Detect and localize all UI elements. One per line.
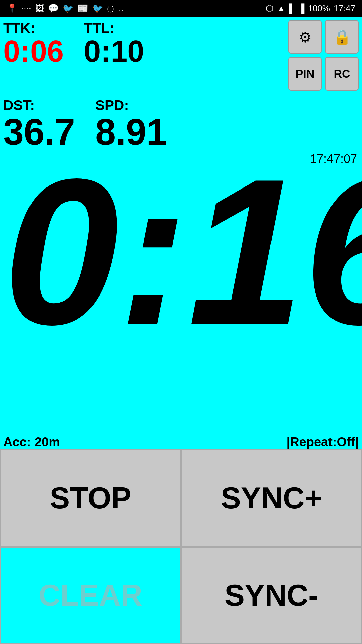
whatsapp-icon: 💬 bbox=[48, 3, 59, 14]
buttons-row-1: ⚙ 🔒 bbox=[288, 20, 359, 54]
top-right-buttons: ⚙ 🔒 PIN RC bbox=[288, 20, 359, 91]
pin-label: PIN bbox=[296, 67, 315, 80]
sync-plus-label: SYNC+ bbox=[221, 481, 322, 516]
twitter-icon: 🐦 bbox=[63, 3, 73, 14]
big-timer-display: 0:16 bbox=[0, 148, 362, 356]
signal1-icon: ▌ bbox=[289, 3, 295, 14]
spd-section: SPD: 8.91 bbox=[95, 97, 167, 150]
ttl-value: 0:10 bbox=[84, 36, 144, 66]
repeat-text: |Repeat:Off| bbox=[287, 435, 359, 449]
status-bar: 📍 ···· 🖼 💬 🐦 📰 🐦 ◌ .. ⬡ ▲ ▌ ▐ 100% 17:47 bbox=[0, 0, 362, 17]
clear-button[interactable]: CLEAR bbox=[0, 547, 181, 644]
acc-repeat-row: Acc: 20m |Repeat:Off| bbox=[0, 435, 362, 449]
ttk-label: TTK: bbox=[3, 20, 64, 36]
wifi-icon: ▲ bbox=[277, 3, 286, 14]
ttk-value: 0:06 bbox=[3, 36, 64, 66]
main-content: TTK: 0:06 TTL: 0:10 ⚙ 🔒 PIN RC bbox=[0, 17, 362, 644]
settings-button[interactable]: ⚙ bbox=[288, 20, 322, 54]
ttl-section: TTL: 0:10 bbox=[84, 20, 144, 66]
signal2-icon: ▐ bbox=[298, 3, 304, 14]
signal-dots-icon: ···· bbox=[21, 3, 31, 14]
sync-plus-button[interactable]: SYNC+ bbox=[181, 449, 362, 547]
buttons-row-2: PIN RC bbox=[288, 57, 359, 91]
dst-value: 36.7 bbox=[3, 113, 75, 150]
spd-value: 8.91 bbox=[95, 113, 167, 150]
lock-button[interactable]: 🔒 bbox=[325, 20, 359, 54]
rc-button[interactable]: RC bbox=[325, 57, 359, 91]
stop-button[interactable]: STOP bbox=[0, 449, 181, 547]
dst-section: DST: 36.7 bbox=[3, 97, 75, 150]
clear-label: CLEAR bbox=[39, 578, 142, 613]
bluetooth-icon: ⬡ bbox=[266, 3, 274, 14]
dotdot-icon: .. bbox=[119, 3, 123, 14]
sync-minus-button[interactable]: SYNC- bbox=[181, 547, 362, 644]
bottom-buttons: STOP SYNC+ CLEAR SYNC- bbox=[0, 449, 362, 644]
image-icon: 🖼 bbox=[35, 3, 44, 14]
pin-button[interactable]: PIN bbox=[288, 57, 322, 91]
status-right: ⬡ ▲ ▌ ▐ 100% 17:47 bbox=[266, 3, 355, 14]
twitter2-icon: 🐦 bbox=[92, 3, 103, 14]
ttl-label: TTL: bbox=[84, 20, 144, 36]
location-icon: 📍 bbox=[7, 3, 17, 14]
dst-spd-row: DST: 36.7 SPD: 8.91 bbox=[0, 97, 362, 150]
flipboard-icon: 📰 bbox=[77, 3, 88, 14]
stop-label: STOP bbox=[50, 481, 131, 516]
clock: 17:47 bbox=[334, 3, 355, 14]
loading-icon: ◌ bbox=[107, 3, 115, 14]
lock-icon: 🔒 bbox=[333, 28, 351, 46]
big-timer-text: 0:16 bbox=[3, 148, 362, 356]
status-left: 📍 ···· 🖼 💬 🐦 📰 🐦 ◌ .. bbox=[7, 3, 123, 14]
ttk-section: TTK: 0:06 bbox=[3, 20, 64, 66]
sync-minus-label: SYNC- bbox=[225, 578, 318, 613]
rc-label: RC bbox=[334, 67, 350, 80]
battery-level: 100% bbox=[308, 3, 330, 14]
acc-text: Acc: 20m bbox=[3, 435, 60, 449]
top-info-row: TTK: 0:06 TTL: 0:10 ⚙ 🔒 PIN RC bbox=[0, 17, 362, 91]
settings-icon: ⚙ bbox=[299, 29, 312, 46]
